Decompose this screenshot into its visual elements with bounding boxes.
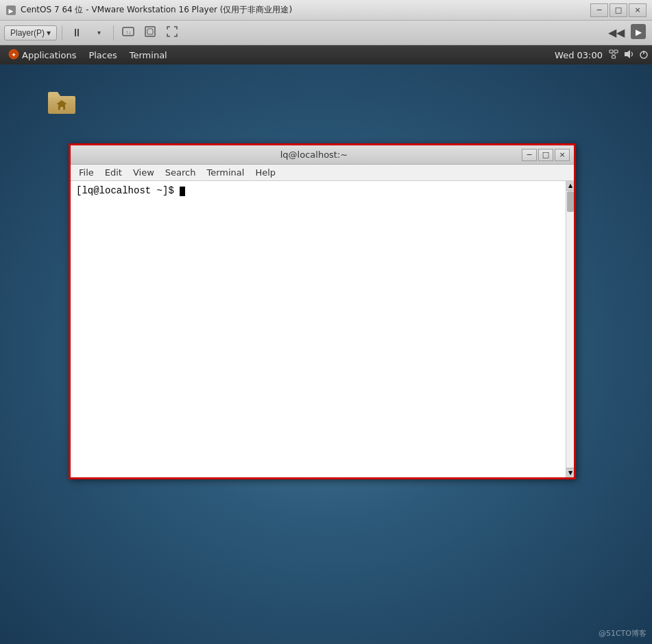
terminal-view-menu[interactable]: View xyxy=(128,166,160,179)
vmware-title: CentOS 7 64 位 - VMware Workstation 16 Pl… xyxy=(21,4,590,16)
terminal-label: Terminal xyxy=(130,50,167,60)
network-icon[interactable] xyxy=(608,49,619,62)
terminal-space xyxy=(174,185,180,196)
terminal-window-controls: − □ × xyxy=(522,149,570,161)
folder-svg xyxy=(45,85,78,118)
panel-right: Wed 03:00 xyxy=(555,49,649,62)
svg-rect-5 xyxy=(147,29,153,34)
player-arrow-icon: ▾ xyxy=(47,28,51,38)
terminal-file-menu[interactable]: File xyxy=(73,166,99,179)
terminal-close-button[interactable]: × xyxy=(555,149,570,161)
clock-display: Wed 03:00 xyxy=(555,50,603,60)
terminal-menubar: File Edit View Search Terminal Help xyxy=(71,165,574,181)
terminal-cursor xyxy=(180,187,185,196)
svg-rect-22 xyxy=(60,107,63,110)
terminal-edit-menu[interactable]: Edit xyxy=(99,166,128,179)
fullscreen-button[interactable] xyxy=(162,24,182,42)
vmware-player-icon-button[interactable]: ▶ xyxy=(629,24,648,42)
back-button[interactable]: ◀◀ xyxy=(607,24,626,42)
terminal-help-menu[interactable]: Help xyxy=(250,166,281,179)
svg-text:✦: ✦ xyxy=(11,51,16,58)
toolbar-separator-2 xyxy=(113,25,114,40)
vmware-window-controls: − □ × xyxy=(590,3,647,17)
vmware-maximize-button[interactable]: □ xyxy=(609,3,627,17)
scrollbar-up-button[interactable]: ▲ xyxy=(566,181,574,191)
svg-text:▶: ▶ xyxy=(9,8,14,14)
gnome-panel: ✦ Applications Places Terminal Wed 03:00 xyxy=(0,45,652,64)
applications-icon: ✦ xyxy=(8,49,19,62)
vmware-app-icon: ▶ xyxy=(5,5,16,16)
terminal-scrollbar[interactable]: ▲ ▼ xyxy=(566,181,574,477)
watermark: @51CTO博客 xyxy=(599,628,647,639)
terminal-terminal-menu[interactable]: Terminal xyxy=(201,166,250,179)
panel-left: ✦ Applications Places Terminal xyxy=(3,47,173,63)
terminal-content-area[interactable]: [lq@localhost ~]$ ▲ ▼ xyxy=(71,181,574,477)
terminal-window: lq@localhost:~ − □ × File Edit View Sear… xyxy=(69,143,576,479)
terminal-text-area[interactable]: [lq@localhost ~]$ xyxy=(71,181,566,477)
player-menu-button[interactable]: Player(P) ▾ xyxy=(4,25,57,40)
pause-icon: ⏸ xyxy=(71,27,82,39)
volume-icon[interactable] xyxy=(623,49,634,62)
fullscreen-icon xyxy=(165,25,179,41)
svg-marker-15 xyxy=(625,50,630,58)
svg-rect-11 xyxy=(614,50,618,53)
svg-line-13 xyxy=(612,53,614,56)
send-ctrl-alt-del-icon: ↑↓ xyxy=(121,25,135,41)
applications-label: Applications xyxy=(22,50,76,60)
terminal-minimize-button[interactable]: − xyxy=(522,149,537,161)
terminal-prompt: [lq@localhost ~]$ xyxy=(76,185,174,196)
fit-guest-icon xyxy=(143,25,157,41)
terminal-menu[interactable]: Terminal xyxy=(124,49,173,62)
back-icon: ◀◀ xyxy=(608,26,625,39)
panel-right-icons xyxy=(608,49,649,62)
pause-dropdown-icon: ▾ xyxy=(97,29,101,36)
player-label: Player(P) xyxy=(10,28,45,38)
svg-rect-10 xyxy=(609,50,613,53)
vmware-titlebar: ▶ CentOS 7 64 位 - VMware Workstation 16 … xyxy=(0,0,652,21)
svg-rect-12 xyxy=(612,56,616,58)
vmware-player-icon: ▶ xyxy=(631,24,646,42)
terminal-maximize-button[interactable]: □ xyxy=(538,149,553,161)
svg-text:▶: ▶ xyxy=(636,27,642,37)
home-folder-icon[interactable] xyxy=(34,85,89,118)
send-ctrl-alt-del-button[interactable]: ↑↓ xyxy=(119,24,138,42)
vmware-close-button[interactable]: × xyxy=(629,3,647,17)
terminal-search-menu[interactable]: Search xyxy=(160,166,202,179)
places-label: Places xyxy=(88,50,117,60)
scrollbar-down-button[interactable]: ▼ xyxy=(566,468,574,477)
fit-guest-button[interactable] xyxy=(141,24,160,42)
svg-rect-4 xyxy=(145,27,155,36)
toolbar-right-area: ◀◀ ▶ xyxy=(607,24,648,42)
vmware-minimize-button[interactable]: − xyxy=(590,3,608,17)
scrollbar-thumb[interactable] xyxy=(567,191,574,212)
pause-dropdown-button[interactable]: ▾ xyxy=(89,24,108,42)
vmware-toolbar: Player(P) ▾ ⏸ ▾ ↑↓ xyxy=(0,21,652,45)
svg-text:↑↓: ↑↓ xyxy=(125,29,131,36)
terminal-titlebar: lq@localhost:~ − □ × xyxy=(71,145,574,165)
desktop: lq@localhost:~ − □ × File Edit View Sear… xyxy=(0,64,652,644)
places-menu[interactable]: Places xyxy=(83,49,122,62)
toolbar-separator-1 xyxy=(62,25,62,40)
pause-button[interactable]: ⏸ xyxy=(67,24,86,42)
svg-line-14 xyxy=(614,53,616,56)
applications-menu[interactable]: ✦ Applications xyxy=(3,47,82,63)
terminal-title: lq@localhost:~ xyxy=(106,150,522,160)
power-icon[interactable] xyxy=(638,49,649,62)
